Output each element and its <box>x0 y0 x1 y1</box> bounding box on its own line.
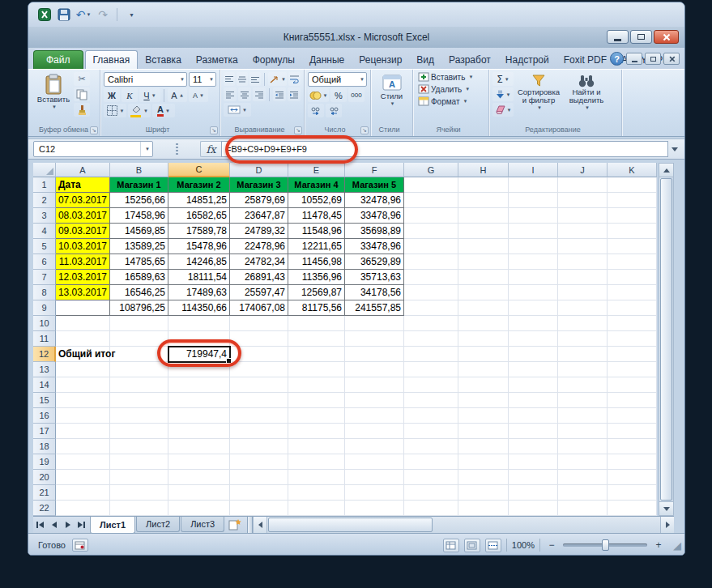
cell-C5[interactable]: 15478,96 <box>168 239 230 254</box>
row-header-11[interactable]: 11 <box>33 331 56 347</box>
cell-K2[interactable] <box>608 193 657 208</box>
sort-filter-button[interactable]: Сортировка и фильтр ▼ <box>516 72 561 125</box>
wrap-text-button[interactable] <box>288 72 301 86</box>
cell-B8[interactable]: 16546,25 <box>110 285 168 300</box>
insert-worksheet-button[interactable] <box>225 517 245 532</box>
col-header-A[interactable]: A <box>56 163 110 177</box>
row-header-8[interactable]: 8 <box>33 285 56 300</box>
row-header-22[interactable]: 22 <box>33 501 56 516</box>
tab-scrollbar-splitter[interactable] <box>247 517 253 533</box>
cell-F20[interactable] <box>345 470 404 485</box>
cell-A18[interactable] <box>56 439 110 454</box>
cell-E2[interactable]: 10552,69 <box>288 193 345 208</box>
cell-D2[interactable]: 25879,69 <box>230 193 288 208</box>
cell-B5[interactable]: 13589,25 <box>110 239 168 254</box>
insert-cells-button[interactable]: Вставить▼ <box>416 72 485 82</box>
cell-K10[interactable] <box>608 316 657 331</box>
font-name-select[interactable]: Calibri▼ <box>104 72 187 87</box>
cell-A21[interactable] <box>56 485 110 501</box>
cell-I13[interactable] <box>509 362 558 377</box>
cell-C18[interactable] <box>168 439 230 454</box>
cell-E8[interactable]: 12569,87 <box>288 285 345 300</box>
cell-I22[interactable] <box>509 501 558 516</box>
cell-E1[interactable]: Магазин 4 <box>288 177 345 193</box>
cell-B6[interactable]: 14785,65 <box>110 254 168 270</box>
normal-view-button[interactable] <box>443 539 459 552</box>
cell-C12[interactable]: 719947,4 <box>168 347 230 362</box>
tab-10[interactable]: Foxit PDF <box>556 50 614 69</box>
font-color-button[interactable]: А ▼ <box>152 104 175 117</box>
cell-J14[interactable] <box>558 377 608 393</box>
cell-G18[interactable] <box>404 439 458 454</box>
vertical-scroll-thumb[interactable] <box>660 178 672 501</box>
fill-color-button[interactable]: ▼ <box>128 104 151 117</box>
cell-B15[interactable] <box>110 393 168 408</box>
first-sheet-button[interactable] <box>33 517 47 533</box>
cell-D17[interactable] <box>230 424 288 439</box>
cell-A7[interactable]: 12.03.2017 <box>56 270 110 285</box>
cell-D13[interactable] <box>230 362 288 377</box>
cell-A11[interactable] <box>56 331 110 347</box>
cell-B19[interactable] <box>110 454 168 470</box>
cell-A3[interactable]: 08.03.2017 <box>56 208 110 224</box>
vertical-scroll-track[interactable] <box>659 177 673 501</box>
cell-A9[interactable] <box>56 300 110 316</box>
cell-G22[interactable] <box>404 501 458 516</box>
select-all-corner[interactable] <box>33 163 56 177</box>
cell-E22[interactable] <box>288 501 345 516</box>
cell-D19[interactable] <box>230 454 288 470</box>
cell-G1[interactable] <box>404 177 458 193</box>
cell-D12[interactable] <box>230 347 288 362</box>
cell-I12[interactable] <box>509 347 558 362</box>
clipboard-dialog-launcher[interactable]: ↘ <box>90 126 98 134</box>
undo-icon[interactable]: ↶▼ <box>75 6 92 23</box>
col-header-K[interactable]: K <box>608 163 657 177</box>
cell-F22[interactable] <box>345 501 404 516</box>
col-header-I[interactable]: I <box>509 163 558 177</box>
zoom-slider[interactable] <box>563 543 647 547</box>
cell-G4[interactable] <box>404 224 458 239</box>
cell-D3[interactable]: 23647,87 <box>230 208 288 224</box>
cell-J15[interactable] <box>558 393 608 408</box>
decrease-font-button[interactable]: А▼ <box>189 88 208 102</box>
format-cells-button[interactable]: Формат▼ <box>416 96 485 106</box>
cell-A8[interactable]: 13.03.2017 <box>56 285 110 300</box>
row-header-10[interactable]: 10 <box>33 316 56 331</box>
cell-K13[interactable] <box>608 362 657 377</box>
cell-J12[interactable] <box>558 347 608 362</box>
row-header-16[interactable]: 16 <box>33 408 56 424</box>
cell-J6[interactable] <box>558 254 608 270</box>
cell-F11[interactable] <box>345 331 404 347</box>
cell-K3[interactable] <box>608 208 657 224</box>
align-right-button[interactable] <box>253 87 266 101</box>
cell-I4[interactable] <box>509 224 558 239</box>
next-sheet-button[interactable] <box>61 517 75 533</box>
cell-K14[interactable] <box>608 377 657 393</box>
cell-I15[interactable] <box>509 393 558 408</box>
cell-I3[interactable] <box>509 208 558 224</box>
cell-I17[interactable] <box>509 424 558 439</box>
row-header-13[interactable]: 13 <box>33 362 56 377</box>
cell-H3[interactable] <box>458 208 509 224</box>
cell-H8[interactable] <box>458 285 509 300</box>
cell-I10[interactable] <box>509 316 558 331</box>
cell-C17[interactable] <box>168 424 230 439</box>
cell-F16[interactable] <box>345 408 404 424</box>
cell-C16[interactable] <box>168 408 230 424</box>
scroll-up-button[interactable] <box>659 164 673 177</box>
cell-J11[interactable] <box>558 331 608 347</box>
cell-G13[interactable] <box>404 362 458 377</box>
cell-C19[interactable] <box>168 454 230 470</box>
cell-E10[interactable] <box>288 316 345 331</box>
cell-D22[interactable] <box>230 501 288 516</box>
cell-A13[interactable] <box>56 362 110 377</box>
zoom-slider-thumb[interactable] <box>602 539 609 551</box>
alignment-dialog-launcher[interactable]: ↘ <box>294 126 302 134</box>
cell-A6[interactable]: 11.03.2017 <box>56 254 110 270</box>
cell-I7[interactable] <box>509 270 558 285</box>
increase-indent-button[interactable] <box>288 87 301 101</box>
cell-F15[interactable] <box>345 393 404 408</box>
cell-H12[interactable] <box>458 347 509 362</box>
row-header-5[interactable]: 5 <box>33 239 56 254</box>
scroll-down-button[interactable] <box>659 501 673 515</box>
